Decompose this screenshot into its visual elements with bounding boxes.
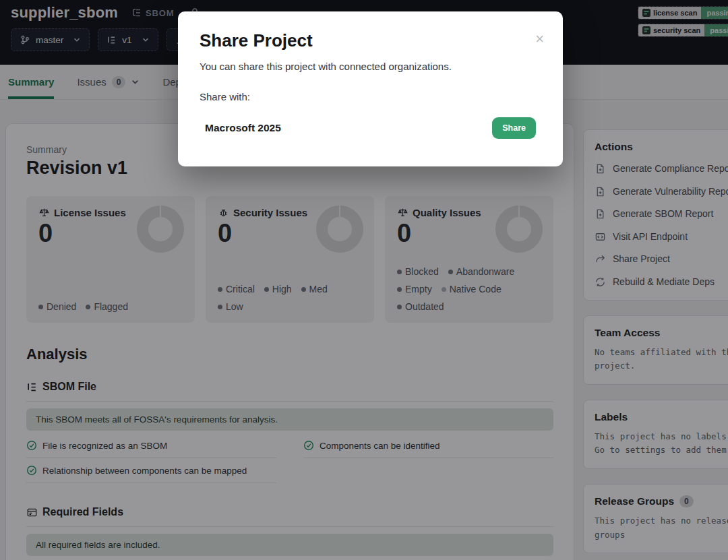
organization-name: Macrosoft 2025: [205, 122, 281, 134]
share-button[interactable]: Share: [492, 117, 536, 139]
share-with-label: Share with:: [200, 91, 541, 102]
organization-row: Macrosoft 2025 Share: [200, 117, 541, 139]
close-icon[interactable]: ×: [535, 32, 544, 46]
modal-description: You can share this project with connecte…: [200, 61, 541, 72]
modal-title: Share Project: [200, 30, 541, 51]
share-project-modal: × Share Project You can share this proje…: [178, 11, 563, 166]
